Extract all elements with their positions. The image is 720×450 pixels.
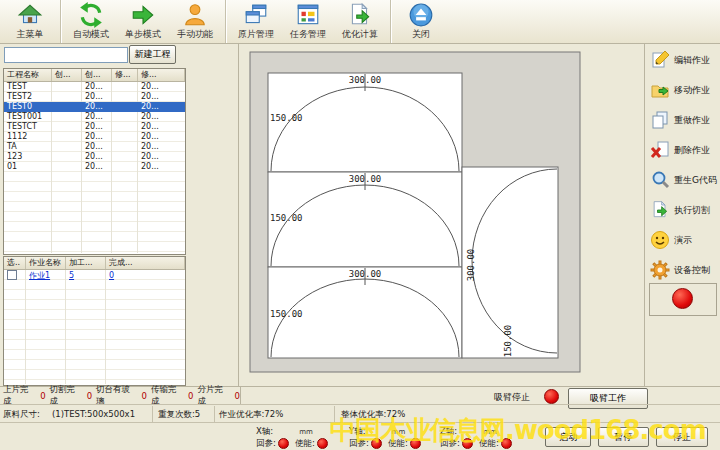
status-count-value: 0	[87, 391, 92, 401]
stop-button[interactable]: 停止	[656, 427, 708, 447]
job-name-link[interactable]: 作业1	[29, 271, 50, 280]
project-cell: TEST	[4, 82, 52, 92]
axis-return-indicator	[278, 438, 289, 449]
toolbar-task-management[interactable]: 任务管理	[282, 0, 334, 43]
sidebar-execute-cut[interactable]: 执行切割	[650, 196, 720, 224]
new-project-button[interactable]: 新建工程	[129, 45, 176, 64]
toolbar-label: 任务管理	[290, 28, 326, 41]
job-finished-link[interactable]: 0	[109, 271, 114, 280]
project-cell: 01	[4, 162, 52, 172]
material-size-value: (1)TEST:500x500x1	[52, 409, 135, 419]
axis-name-row: X轴:mm	[256, 425, 348, 437]
column-header[interactable]: 完成...	[106, 257, 185, 269]
project-cell: 20...	[82, 132, 112, 142]
axis-status-row: 回参:使能:	[256, 437, 348, 450]
column-header[interactable]: 作业名称	[26, 257, 66, 269]
toolbar-group: 主菜单	[0, 0, 61, 43]
project-cell: 20...	[82, 92, 112, 102]
toolbar-label: 优化计算	[342, 28, 378, 41]
project-cell: 20...	[82, 112, 112, 122]
suction-status-label: 吸臂停止	[494, 391, 530, 404]
project-cell: TEST2	[4, 92, 52, 102]
dim-label-h1: 150.00	[270, 113, 303, 123]
toolbar-step-mode[interactable]: 单步模式	[117, 0, 169, 43]
sidebar-move-job[interactable]: 移动作业	[650, 76, 720, 104]
dim-label-w1: 300.00	[349, 75, 382, 85]
axis-return-label: 回参:	[256, 437, 276, 450]
job-row[interactable]: 作业150	[4, 270, 185, 281]
start-button[interactable]: 启动	[545, 427, 591, 447]
toolbar-auto-mode[interactable]: 自动模式	[65, 0, 117, 43]
column-header[interactable]: 工程名称	[4, 69, 52, 81]
job-processed-link[interactable]: 5	[69, 271, 74, 280]
execute-icon	[650, 200, 670, 220]
toolbar-label: 手动功能	[177, 28, 213, 41]
axis-unit: mm	[299, 428, 313, 436]
toolbar-close[interactable]: 关闭	[395, 0, 447, 43]
sidebar-label: 执行切割	[674, 204, 710, 217]
sidebar-redo-job[interactable]: 重做作业	[650, 106, 720, 134]
info-status-bar: 原料尺寸: (1)TEST:500x500x1 重复次数:5 作业优化率:72%…	[0, 404, 720, 423]
project-filter-input[interactable]	[4, 47, 128, 63]
project-row[interactable]: TEST220...20...	[4, 92, 185, 102]
axis-status-row: 回参:使能:	[349, 437, 441, 450]
toolbar-optimize-calc[interactable]: 优化计算	[334, 0, 386, 43]
project-cell: 20...	[138, 122, 185, 132]
toolbar-manual-function[interactable]: 手动功能	[169, 0, 221, 43]
project-row[interactable]: 0120...20...	[4, 162, 185, 172]
axis-name: Z轴:	[440, 426, 457, 436]
project-cell	[112, 132, 138, 142]
jobs-table[interactable]: 选..作业名称加工...完成...作业150	[3, 256, 186, 386]
toolbar: 主菜单自动模式单步模式手动功能原片管理任务管理优化计算关闭	[0, 0, 720, 44]
column-header[interactable]: 创...	[52, 69, 82, 81]
sidebar-device-control[interactable]: 设备控制	[650, 256, 720, 284]
sidebar-demo[interactable]: 演示	[650, 226, 720, 254]
project-cell: 20...	[138, 92, 185, 102]
dim-label-w2: 300.00	[349, 174, 382, 184]
projects-table-body: TEST20...20...TEST220...20...TEST020...2…	[4, 82, 185, 253]
project-row[interactable]: TESTCT20...20...	[4, 122, 185, 132]
completion-status-bar: 上片完成0切割完成0切台有玻璃0传输完成0分片完成0	[0, 386, 241, 404]
projects-table-header: 工程名称创...创...修...修...	[4, 69, 185, 82]
column-header[interactable]: 修...	[112, 69, 138, 81]
projects-table[interactable]: 工程名称创...创...修...修...TEST20...20...TEST22…	[3, 68, 186, 255]
project-row[interactable]: TA20...20...	[4, 142, 185, 152]
pause-button[interactable]: 暂停	[598, 427, 649, 447]
project-row[interactable]: 12320...20...	[4, 152, 185, 162]
axis-enable-label: 使能:	[479, 437, 499, 450]
job-name-cell: 作业1	[26, 270, 66, 281]
project-row[interactable]: 111220...20...	[4, 132, 185, 142]
toolbar-sheet-management[interactable]: 原片管理	[230, 0, 282, 43]
job-checkbox[interactable]	[7, 270, 17, 280]
toolbar-label: 单步模式	[125, 28, 161, 41]
column-header[interactable]: 创...	[82, 69, 112, 81]
column-header[interactable]: 加工...	[66, 257, 106, 269]
axis-return-label: 回参:	[349, 437, 369, 450]
project-cell	[112, 92, 138, 102]
project-cell	[52, 152, 82, 162]
column-header[interactable]: 选..	[4, 257, 26, 269]
sidebar-edit-job[interactable]: 编辑作业	[650, 46, 720, 74]
axis-group-x: X轴:mm回参:使能:	[256, 425, 348, 450]
axis-group-z: Z轴:mm回参:使能:	[440, 425, 532, 450]
axis-enable-label: 使能:	[388, 437, 408, 450]
column-header[interactable]: 修...	[138, 69, 185, 81]
project-row[interactable]: TEST00120...20...	[4, 112, 185, 122]
project-row[interactable]: TEST20...20...	[4, 82, 185, 92]
axis-return-label: 回参:	[440, 437, 460, 450]
sidebar-delete-job[interactable]: 删除作业	[650, 136, 720, 164]
gear-icon	[650, 260, 670, 280]
project-cell	[112, 112, 138, 122]
project-cell	[52, 82, 82, 92]
project-cell: 20...	[82, 102, 112, 112]
project-cell	[112, 152, 138, 162]
sidebar-regen-gcode[interactable]: 重生G代码	[650, 166, 720, 194]
status-count-value: 0	[40, 391, 45, 401]
cutting-layout-canvas[interactable]: 300.00 150.00 300.00 150.00 300.00 150.0…	[238, 44, 642, 386]
axis-status-row: 回参:使能:	[440, 437, 532, 450]
toolbar-main-menu[interactable]: 主菜单	[4, 0, 56, 43]
project-row[interactable]: TEST020...20...	[4, 102, 185, 112]
smiley-icon	[650, 230, 670, 250]
toolbar-label: 自动模式	[73, 28, 109, 41]
sidebar-label: 编辑作业	[674, 54, 710, 67]
